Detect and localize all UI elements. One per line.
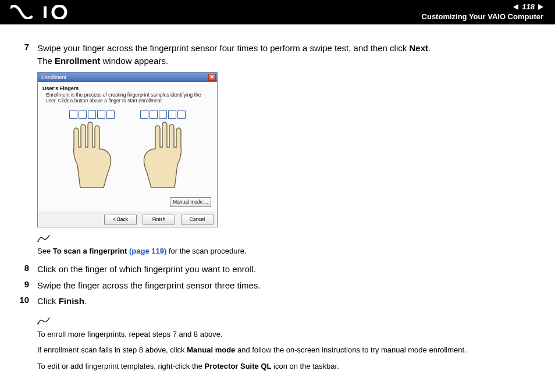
prev-page-icon[interactable] [513, 4, 518, 10]
vaio-logo [10, 5, 74, 20]
step-text: Swipe your finger across the fingerprint… [37, 42, 536, 67]
text: window appears. [100, 56, 168, 66]
finger-slot[interactable] [177, 111, 186, 119]
step-7: 7 Swipe your finger across the fingerpri… [19, 42, 536, 67]
text-bold: Protector Suite QL [205, 362, 272, 370]
text: . [428, 43, 431, 53]
step-text: Click on the finger of which fingerprint… [37, 263, 536, 276]
section-title: Customizing Your VAIO Computer [422, 12, 543, 21]
text-bold: Manual mode [187, 345, 235, 354]
right-hand-icon [137, 121, 189, 188]
step-9: 9 Swipe the finger across the fingerprin… [19, 279, 536, 292]
step-number: 10 [19, 295, 29, 305]
text-bold: Enrollment [55, 56, 100, 66]
back-button[interactable]: < Back [104, 215, 137, 224]
right-hand [137, 111, 189, 189]
svg-rect-0 [44, 6, 47, 18]
note-line: To enroll more fingerprints, repeat step… [37, 329, 536, 340]
next-page-icon[interactable] [538, 4, 543, 10]
text: If enrollment scan fails in step 8 above… [37, 345, 187, 354]
step-number: 8 [19, 263, 29, 273]
hands-area [42, 107, 212, 195]
text-bold: To scan a fingerprint [53, 247, 129, 255]
enrollment-window: Enrollment ✕ User's Fingers Enrollment i… [37, 72, 218, 227]
left-hand [66, 111, 118, 189]
vaio-logo-icon [10, 5, 74, 19]
page-navigator: 118 [422, 2, 543, 11]
text: To edit or add fingerprint templates, ri… [37, 362, 205, 370]
enrollment-titlebar: Enrollment ✕ [38, 73, 217, 82]
cancel-button[interactable]: Cancel [181, 215, 214, 224]
users-fingers-label: User's Fingers [42, 85, 212, 91]
text: and follow the on-screen instructions to… [235, 345, 466, 354]
finger-slot[interactable] [79, 111, 87, 119]
step-number: 7 [19, 42, 29, 52]
text-bold: Next [409, 43, 428, 53]
note-additional: To enroll more fingerprints, repeat step… [37, 317, 536, 372]
step-number: 9 [19, 279, 29, 289]
step-text: Swipe the finger across the fingerprint … [37, 279, 536, 292]
note-scan-fingerprint: See To scan a fingerprint (page 119) for… [37, 234, 536, 257]
text: for the scan procedure. [166, 247, 246, 255]
finger-slot[interactable] [159, 111, 167, 119]
text-bold: Finish [59, 296, 84, 306]
left-hand-icon [66, 121, 118, 188]
text: See [37, 247, 53, 255]
text: The [37, 56, 55, 66]
step-text: Click Finish. [37, 295, 536, 308]
finger-slot[interactable] [150, 111, 158, 119]
step-10: 10 Click Finish. [19, 295, 536, 308]
page-link[interactable]: (page 119) [129, 247, 166, 255]
text: Swipe your finger across the fingerprint… [37, 43, 409, 53]
manual-mode-button[interactable]: Manual mode ... [170, 197, 211, 207]
enrollment-title-text: Enrollment [41, 74, 66, 80]
finger-slot[interactable] [88, 111, 96, 119]
page-header: 118 Customizing Your VAIO Computer [0, 0, 555, 24]
close-icon[interactable]: ✕ [208, 74, 216, 81]
finger-slot[interactable] [168, 111, 176, 119]
note-line: If enrollment scan fails in step 8 above… [37, 344, 536, 356]
finger-slot[interactable] [69, 111, 77, 119]
finger-slot[interactable] [97, 111, 105, 119]
page-content: 7 Swipe your finger across the fingerpri… [0, 24, 555, 383]
note-line: To edit or add fingerprint templates, ri… [37, 361, 536, 372]
page-number: 118 [522, 2, 535, 11]
text: . [84, 296, 87, 306]
finger-slot[interactable] [140, 111, 148, 119]
pencil-icon [37, 317, 51, 329]
finger-slot[interactable] [106, 111, 115, 119]
finish-button[interactable]: Finish [143, 215, 175, 224]
svg-point-1 [53, 6, 66, 19]
text: Click [37, 296, 59, 306]
pencil-icon [37, 234, 51, 246]
step-8: 8 Click on the finger of which fingerpri… [19, 263, 536, 276]
text: icon on the taskbar. [271, 362, 339, 370]
users-fingers-desc: Enrollment is the process of creating fi… [46, 92, 212, 104]
